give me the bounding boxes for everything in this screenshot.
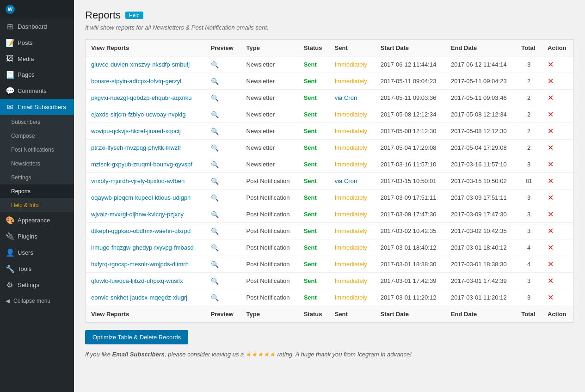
sent-cell: Immediately	[329, 223, 375, 239]
sidebar-item-comments[interactable]: 💬 Comments	[0, 83, 74, 99]
type-cell: Newsletter	[241, 56, 298, 73]
delete-icon[interactable]: ✕	[548, 61, 554, 68]
end-date-cell: 2017-03-01 18:38:30	[445, 256, 516, 273]
total-cell: 81	[516, 173, 542, 190]
delete-icon[interactable]: ✕	[548, 110, 554, 118]
sent-cell: Immediately	[329, 56, 375, 73]
table-row: oqaywb-pieqcm-kupeol-ktious-udigph 🔍 Pos…	[86, 190, 574, 206]
sidebar-item-subscribers[interactable]: Subscribers	[0, 115, 74, 129]
delete-icon[interactable]: ✕	[548, 244, 554, 251]
status-sent: Sent	[304, 211, 317, 218]
help-button[interactable]: Help	[125, 12, 143, 19]
table-footer-row: View Reports Preview Type Status Sent St…	[86, 306, 574, 323]
sidebar-item-dashboard[interactable]: ⊞ Dashboard	[0, 18, 74, 35]
delete-icon[interactable]: ✕	[548, 77, 554, 85]
footer-note-suffix: , please consider leaving us a	[165, 351, 246, 358]
sidebar-item-reports[interactable]: Reports	[0, 184, 74, 198]
preview-icon[interactable]: 🔍	[211, 111, 219, 118]
preview-icon[interactable]: 🔍	[211, 128, 219, 135]
users-icon: 👤	[6, 248, 14, 257]
preview-cell: 🔍	[205, 140, 241, 156]
optimize-button[interactable]: Optimize Table & Delete Records	[85, 330, 188, 344]
delete-icon[interactable]: ✕	[548, 94, 554, 102]
preview-icon[interactable]: 🔍	[211, 178, 219, 185]
delete-icon[interactable]: ✕	[548, 260, 554, 268]
type-cell: Post Notification	[241, 256, 298, 273]
start-date-cell: 2017-06-12 11:44:14	[375, 56, 445, 73]
end-date-cell: 2017-05-11 09:04:23	[445, 73, 516, 90]
delete-icon[interactable]: ✕	[548, 127, 554, 135]
start-date-cell: 2017-03-16 11:57:10	[375, 156, 445, 173]
sidebar-item-settings-sub[interactable]: Settings	[0, 171, 74, 184]
action-cell: ✕	[542, 206, 573, 223]
sidebar-item-label: Dashboard	[18, 23, 47, 30]
view-reports-cell[interactable]: vnxbfy-mjurdh-vjrely-bpxlod-avfbeh	[86, 173, 205, 190]
table-row: vnxbfy-mjurdh-vjrely-bpxlod-avfbeh 🔍 Pos…	[86, 173, 574, 190]
delete-icon[interactable]: ✕	[548, 177, 554, 185]
preview-icon[interactable]: 🔍	[211, 277, 219, 285]
collapse-menu[interactable]: ◀ Collapse menu	[0, 293, 74, 309]
delete-icon[interactable]: ✕	[548, 144, 554, 152]
view-reports-cell[interactable]: ejaxds-slrjcm-fzblyo-ucwoay-nvpklg	[86, 106, 205, 123]
sidebar-item-newsletters[interactable]: Newsletters	[0, 157, 74, 171]
delete-icon[interactable]: ✕	[548, 210, 554, 218]
table-row: ejaxds-slrjcm-fzblyo-ucwoay-nvpklg 🔍 New…	[86, 106, 574, 123]
preview-cell: 🔍	[205, 256, 241, 273]
view-reports-cell[interactable]: ptrzxi-lfyseh-mvzpqg-phyltk-lkwzfr	[86, 140, 205, 156]
delete-icon[interactable]: ✕	[548, 294, 554, 301]
preview-icon[interactable]: 🔍	[211, 227, 219, 235]
sidebar-item-posts[interactable]: 📝 Posts	[0, 35, 74, 51]
sent-value: via Cron	[335, 94, 357, 101]
delete-icon[interactable]: ✕	[548, 227, 554, 235]
col-status-footer: Status	[298, 306, 329, 323]
sidebar-item-plugins[interactable]: 🔌 Plugins	[0, 228, 74, 245]
preview-icon[interactable]: 🔍	[211, 294, 219, 301]
type-cell: Newsletter	[241, 106, 298, 123]
delete-icon[interactable]: ✕	[548, 277, 554, 285]
col-preview: Preview	[205, 40, 241, 56]
view-reports-cell[interactable]: eonvic-snkhet-jaudsx-mqegdz-xlugrj	[86, 289, 205, 306]
view-reports-cell[interactable]: mzisnk-gxpyub-zruqmi-bounvg-qyvspf	[86, 156, 205, 173]
sidebar-item-tools[interactable]: 🔧 Tools	[0, 261, 74, 277]
preview-icon[interactable]: 🔍	[211, 194, 219, 202]
preview-icon[interactable]: 🔍	[211, 261, 219, 268]
preview-icon[interactable]: 🔍	[211, 61, 219, 68]
view-reports-cell[interactable]: pkgvxi-nuezgl-qobdzp-ehqubr-aqxnku	[86, 90, 205, 106]
preview-icon[interactable]: 🔍	[211, 94, 219, 102]
sent-value: Immediately	[335, 211, 367, 218]
col-preview-footer: Preview	[205, 306, 241, 323]
view-reports-cell[interactable]: oqaywb-pieqcm-kupeol-ktious-udigph	[86, 190, 205, 206]
status-sent: Sent	[304, 94, 317, 101]
end-date-cell: 2017-03-09 17:47:30	[445, 206, 516, 223]
delete-icon[interactable]: ✕	[548, 160, 554, 168]
sidebar-item-settings[interactable]: ⚙ Settings	[0, 277, 74, 293]
sidebar-item-media[interactable]: 🖼 Media	[0, 51, 74, 67]
preview-icon[interactable]: 🔍	[211, 244, 219, 251]
view-reports-cell[interactable]: wjvalz-mvxrgi-oljhnw-kvlcqy-pzjxcy	[86, 206, 205, 223]
sidebar-item-post-notifications[interactable]: Post Notifications	[0, 143, 74, 157]
preview-icon[interactable]: 🔍	[211, 161, 219, 168]
sidebar-item-email-subscribers[interactable]: ✉ Email Subscribers	[0, 99, 74, 115]
start-date-cell: 2017-05-08 12:12:34	[375, 106, 445, 123]
sidebar-item-compose[interactable]: Compose	[0, 129, 74, 143]
preview-icon[interactable]: 🔍	[211, 211, 219, 218]
action-cell: ✕	[542, 123, 573, 140]
preview-icon[interactable]: 🔍	[211, 78, 219, 85]
start-date-cell: 2017-03-01 18:40:12	[375, 239, 445, 256]
status-sent: Sent	[304, 294, 317, 301]
view-reports-cell[interactable]: qfowlc-luwqca-ljibzd-uhpixq-wusifx	[86, 273, 205, 289]
preview-icon[interactable]: 🔍	[211, 144, 219, 152]
view-reports-cell[interactable]: hxfyrq-rgncsp-mesnlr-wmjpds-dltmrh	[86, 256, 205, 273]
view-reports-cell[interactable]: gluvce-duvien-xmszvy-nksdfp-smbufj	[86, 56, 205, 73]
view-reports-cell[interactable]: irmugo-fhqzgw-ghedyp-rxyvpg-fmbasd	[86, 239, 205, 256]
sidebar-item-users[interactable]: 👤 Users	[0, 245, 74, 261]
sidebar-item-appearance[interactable]: 🎨 Appearance	[0, 212, 74, 228]
view-reports-cell[interactable]: wovipu-qckvjs-hlcref-jiuaed-xqocij	[86, 123, 205, 140]
status-cell: Sent	[298, 289, 329, 306]
view-reports-cell[interactable]: dtkeph-qgpkao-obdfmx-waehri-qlxrpd	[86, 223, 205, 239]
view-reports-cell[interactable]: bonsre-stpyin-adtcpx-lofvtq-gerzyl	[86, 73, 205, 90]
delete-icon[interactable]: ✕	[548, 194, 554, 202]
table-footer: Optimize Table & Delete Records If you l…	[85, 330, 574, 358]
sidebar-item-help-info[interactable]: Help & Info	[0, 198, 74, 212]
sidebar-item-pages[interactable]: 📃 Pages	[0, 67, 74, 83]
